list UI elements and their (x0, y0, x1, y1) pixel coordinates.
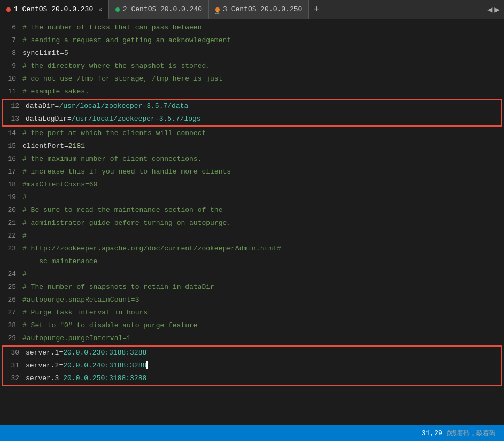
code-line-16: 16# the maximum number of client connect… (0, 153, 504, 166)
line-content-8: syncLimit=5 (22, 47, 68, 60)
code-line-27: 27# Purge task interval in hours (0, 306, 504, 319)
code-editor[interactable]: 6# The number of ticks that can pass bet… (0, 19, 504, 425)
line-content-15: clientPort=2181 (22, 140, 85, 153)
line-number-15: 15 (0, 140, 22, 153)
line-content-14: # the port at which the clients will con… (22, 127, 206, 140)
tab-label-2: 2 CentOS 20.0.0.240 (123, 5, 202, 13)
code-line-12: 12dataDir=/usr/local/zookeeper-3.5.7/dat… (3, 100, 501, 113)
line-content-20: # Be sure to read the maintenance sectio… (22, 204, 222, 217)
watermark-text: @搬着砖，敲着码 (447, 429, 495, 438)
line-number-26: 26 (0, 294, 22, 306)
tab-3[interactable]: ⚠ 3 CentOS 20.0.0.250 (209, 0, 309, 19)
code-line-13: 13dataLogDir=/usr/local/zookeeper-3.5.7/… (3, 113, 501, 125)
line-number-8: 8 (0, 47, 22, 60)
line-content-25: # The number of snapshots to retain in d… (22, 281, 214, 294)
code-line-26: 26#autopurge.snapRetainCount=3 (0, 294, 504, 306)
line-number-23: 23 (0, 242, 22, 255)
status-bar: 31,29 @搬着砖，敲着码 (0, 425, 504, 441)
line-content-23: # http://zookeeper.apache.org/doc/curren… (22, 242, 281, 255)
line-number-27: 27 (0, 306, 22, 319)
line-content-30: server.1=20.0.0.230:3188:3288 (26, 346, 146, 359)
line-content-6: # The number of ticks that can pass betw… (22, 21, 201, 34)
tab-2[interactable]: 2 CentOS 20.0.0.240 (109, 0, 209, 19)
line-number-22: 22 (0, 230, 22, 242)
line-number-11: 11 (0, 85, 22, 98)
line-content-17: # increase this if you need to handle mo… (22, 166, 231, 178)
code-line-19: 19# (0, 191, 504, 204)
tab-1[interactable]: 1 CentOS 20.0.0.230 ✕ (0, 0, 109, 19)
line-content-16: # the maximum number of client connectio… (22, 153, 201, 166)
code-line-7: 7# sending a request and getting an ackn… (0, 34, 504, 47)
tab-nav-arrows: ◀ ▶ (487, 4, 504, 15)
boxed-group-12: 12dataDir=/usr/local/zookeeper-3.5.7/dat… (2, 99, 502, 127)
tab-dot-2 (115, 7, 120, 12)
line-content-24: # (22, 268, 27, 281)
code-line-25: 25# The number of snapshots to retain in… (0, 281, 504, 294)
line-content-27: # Purge task interval in hours (22, 306, 148, 319)
line-number-21: 21 (0, 217, 22, 230)
line-number-20: 20 (0, 204, 22, 217)
line-content-18: #maxClientCnxns=60 (22, 178, 97, 191)
line-number-16: 16 (0, 153, 22, 166)
line-content-13: dataLogDir=/usr/local/zookeeper-3.5.7/lo… (26, 113, 201, 125)
line-number-24: 24 (0, 268, 22, 281)
line-number-6: 6 (0, 21, 22, 34)
code-line-23: 23# http://zookeeper.apache.org/doc/curr… (0, 242, 504, 255)
line-content-31: server.2=20.0.0.240:3188:3288 (26, 359, 148, 372)
tab-dot-1 (6, 7, 11, 12)
line-number-7: 7 (0, 34, 22, 47)
boxed-group-30: 30server.1=20.0.0.230:3188:328831server.… (2, 345, 502, 386)
tab-close-1[interactable]: ✕ (98, 6, 102, 13)
arrow-right-icon[interactable]: ▶ (494, 4, 500, 15)
line-number-14: 14 (0, 127, 22, 140)
line-content-7: # sending a request and getting an ackno… (22, 34, 231, 47)
line-number-13: 13 (3, 113, 26, 125)
line-number-25: 25 (0, 281, 22, 294)
code-line-31: 31server.2=20.0.0.240:3188:3288 (3, 359, 501, 372)
code-line-21: 21# administrator guide before turning o… (0, 217, 504, 230)
code-line-18: 18#maxClientCnxns=60 (0, 178, 504, 191)
code-line-9: 9# the directory where the snapshot is s… (0, 60, 504, 73)
line-number-28: 28 (0, 319, 22, 332)
code-line-17: 17# increase this if you need to handle … (0, 166, 504, 178)
code-line-32: 32server.3=20.0.0.250:3188:3288 (3, 372, 501, 385)
line-number-19: 19 (0, 191, 22, 204)
cursor-position: 31,29 (422, 429, 443, 437)
line-content-11: # example sakes. (22, 85, 89, 98)
tab-label-3: 3 CentOS 20.0.0.250 (223, 5, 302, 13)
tab-dot-3: ⚠ (215, 7, 220, 12)
arrow-left-icon[interactable]: ◀ (487, 4, 493, 15)
code-line-23-cont: sc_maintenance (0, 255, 504, 268)
line-content-32: server.3=20.0.0.250:3188:3288 (26, 372, 146, 385)
tab-add-button[interactable]: + (309, 0, 324, 19)
code-line-14: 14# the port at which the clients will c… (0, 127, 504, 140)
line-number-12: 12 (3, 100, 26, 113)
line-number-18: 18 (0, 178, 22, 191)
code-line-8: 8syncLimit=5 (0, 47, 504, 60)
line-content-23-cont: sc_maintenance (22, 255, 97, 268)
line-content-9: # the directory where the snapshot is st… (22, 60, 210, 73)
line-number-9: 9 (0, 60, 22, 73)
code-line-22: 22# (0, 230, 504, 242)
line-content-22: # (22, 230, 27, 242)
line-content-29: #autopurge.purgeInterval=1 (22, 332, 131, 345)
code-line-24: 24# (0, 268, 504, 281)
code-line-6: 6# The number of ticks that can pass bet… (0, 21, 504, 34)
line-number-29: 29 (0, 332, 22, 345)
code-line-28: 28# Set to "0" to disable auto purge fea… (0, 319, 504, 332)
line-content-12: dataDir=/usr/local/zookeeper-3.5.7/data (26, 100, 188, 113)
code-line-30: 30server.1=20.0.0.230:3188:3288 (3, 346, 501, 359)
line-content-21: # administrator guide before turning on … (22, 217, 231, 230)
line-number-32: 32 (3, 372, 26, 385)
line-content-26: #autopurge.snapRetainCount=3 (22, 294, 139, 306)
line-content-28: # Set to "0" to disable auto purge featu… (22, 319, 198, 332)
code-line-29: 29#autopurge.purgeInterval=1 (0, 332, 504, 345)
line-number-30: 30 (3, 346, 26, 359)
tab-bar: 1 CentOS 20.0.0.230 ✕ 2 CentOS 20.0.0.24… (0, 0, 504, 19)
line-number-17: 17 (0, 166, 22, 178)
code-line-15: 15clientPort=2181 (0, 140, 504, 153)
line-number-10: 10 (0, 73, 22, 85)
line-content-10: # do not use /tmp for storage, /tmp here… (22, 73, 222, 85)
tab-label-1: 1 CentOS 20.0.0.230 (14, 5, 93, 13)
code-line-10: 10# do not use /tmp for storage, /tmp he… (0, 73, 504, 85)
